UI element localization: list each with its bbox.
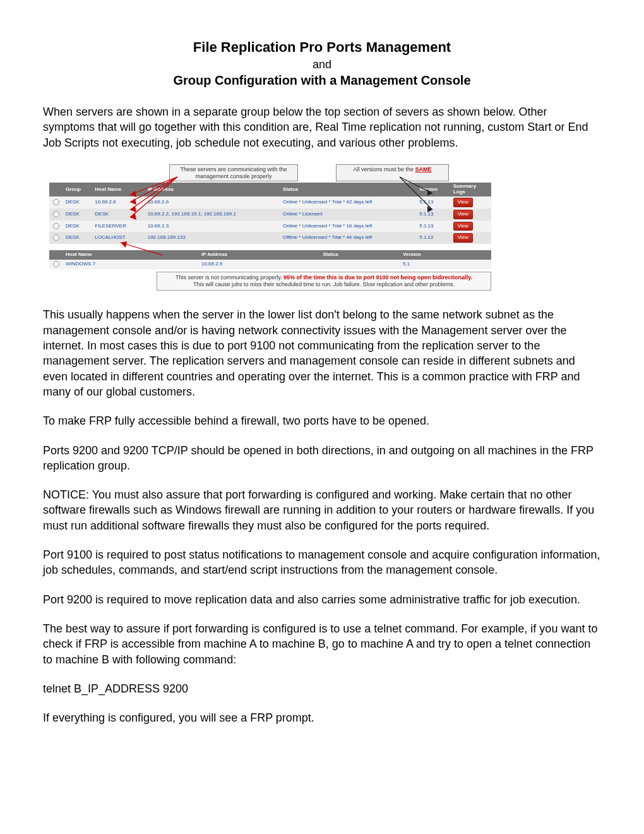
th-group: Group — [63, 183, 92, 196]
th-summary: SummaryLogs — [451, 183, 491, 196]
cell-ip: 10.69.2.2, 192.168.19.1, 192.168.189.1 — [145, 208, 280, 221]
radio-icon[interactable] — [53, 199, 59, 205]
para-1: This usually happens when the server in … — [43, 307, 601, 399]
view-button[interactable]: View — [453, 210, 473, 219]
th-ip: IP Address — [145, 183, 280, 196]
th2-version: Version — [400, 250, 491, 260]
cell-host: WINDOWS 7 — [63, 260, 199, 269]
para-3: Ports 9200 and 9200 TCP/IP should be ope… — [43, 443, 601, 474]
server-diagram: These servers are communicating with the… — [49, 164, 491, 291]
callout-versions: All versions must be the SAME — [336, 164, 449, 182]
para-9: If everything is configured, you will se… — [43, 710, 601, 725]
cell-version: 5.1.13 — [417, 221, 450, 233]
cell-ip: 10.69.2.9 — [199, 260, 321, 269]
page-subtitle: Group Configuration with a Management Co… — [43, 72, 601, 89]
view-button[interactable]: View — [453, 233, 473, 243]
cell-status — [320, 260, 400, 269]
cell-group: DESK — [63, 208, 92, 221]
cell-status: Online * Unlicensed * Trial * 16 days le… — [280, 221, 417, 233]
para-5: Port 9100 is required to post status not… — [43, 547, 601, 578]
para-7: The best way to assure if port forwardin… — [43, 621, 601, 667]
th2-host: Host Name — [63, 250, 199, 260]
view-button[interactable]: View — [453, 198, 473, 207]
cell-group: DESK — [63, 221, 92, 233]
radio-icon[interactable] — [53, 211, 59, 217]
page-title: File Replication Pro Ports Management — [43, 38, 601, 57]
intro-paragraph: When servers are shown in a separate gro… — [43, 104, 601, 150]
table-row: DESKDESK10.69.2.2, 192.168.19.1, 192.168… — [49, 208, 491, 221]
cell-host: DESK — [92, 208, 145, 221]
cell-status: Online * Licensed — [280, 208, 417, 221]
cell-version: 5.1.13 — [417, 208, 450, 221]
th-host: Host Name — [92, 183, 145, 196]
th2-ip: IP Address — [199, 250, 321, 260]
cell-version: 5.1.13 — [417, 196, 450, 208]
cell-version: 5.1 — [400, 260, 491, 269]
title-and: and — [43, 57, 601, 72]
view-button[interactable]: View — [453, 222, 473, 231]
cell-ip: 10.69.2.3 — [145, 221, 280, 233]
radio-icon[interactable] — [53, 261, 59, 267]
cell-ip: 192.168.189.133 — [145, 232, 280, 244]
radio-icon[interactable] — [53, 234, 59, 241]
footnote-hot: 95% of the time this is due to port 9100… — [283, 274, 472, 281]
footnote-box: This server is not communicating properl… — [157, 272, 491, 291]
th2-status: Status — [320, 250, 400, 260]
cell-ip: 10.69.2.6 — [145, 196, 280, 208]
th-status: Status — [280, 183, 417, 196]
footnote-suffix: This will cause jobs to miss their sched… — [193, 281, 455, 287]
cell-group: DESK — [63, 196, 92, 208]
table-row: DESKLOCALHOST192.168.189.133Offline * Un… — [49, 232, 491, 244]
cell-host: LOCALHOST — [92, 232, 145, 244]
title-block: File Replication Pro Ports Management an… — [43, 38, 601, 89]
cell-status: Offline * Unlicensed * Trial * 44 days l… — [280, 232, 417, 244]
para-8: telnet B_IP_ADDRESS 9200 — [43, 681, 601, 696]
para-2: To make FRP fully accessible behind a fi… — [43, 413, 601, 428]
table-row: WINDOWS 710.69.2.95.1 — [49, 260, 491, 269]
server-table-connected: Group Host Name IP Address Status Versio… — [49, 183, 491, 244]
cell-version: 5.1.12 — [417, 232, 450, 244]
cell-status: Online * Unlicensed * Trial * 42 days le… — [280, 196, 417, 208]
cell-group: DESK — [63, 232, 92, 244]
table-row: DESK10.69.2.610.69.2.6Online * Unlicense… — [49, 196, 491, 208]
callout-versions-prefix: All versions must be the — [353, 166, 415, 172]
callout-versions-same: SAME — [415, 166, 432, 172]
radio-icon[interactable] — [53, 223, 59, 229]
footnote-prefix: This server is not communicating properl… — [176, 274, 283, 281]
server-table-disconnected: Host Name IP Address Status Version WIND… — [49, 250, 491, 269]
th-version: Version — [417, 183, 450, 196]
callout-communicating: These servers are communicating with the… — [169, 164, 298, 182]
table-row: DESKFILESERVER10.69.2.3Online * Unlicens… — [49, 221, 491, 233]
cell-host: 10.69.2.6 — [92, 196, 145, 208]
para-4: NOTICE: You must also assure that port f… — [43, 487, 601, 533]
cell-host: FILESERVER — [92, 221, 145, 233]
para-6: Port 9200 is required to move replicatio… — [43, 592, 601, 607]
